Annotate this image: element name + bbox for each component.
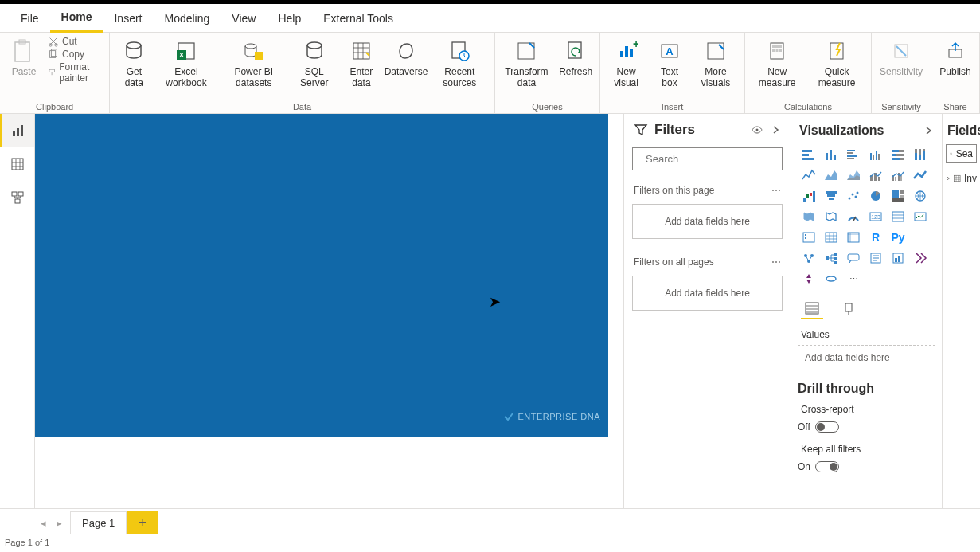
data-view-button[interactable] xyxy=(0,147,34,181)
fields-tab-button[interactable] xyxy=(801,299,823,319)
svg-rect-49 xyxy=(847,150,855,151)
decomp-tree-icon[interactable] xyxy=(822,249,841,267)
sensitivity-button[interactable]: Sensitivity xyxy=(877,36,926,79)
new-visual-button[interactable]: +New visual xyxy=(605,36,647,90)
svg-rect-58 xyxy=(899,150,904,152)
pie-icon[interactable] xyxy=(866,187,885,205)
filters-search-input[interactable] xyxy=(646,153,779,165)
narrative-icon[interactable] xyxy=(866,249,885,267)
publish-button[interactable]: Publish xyxy=(936,36,974,79)
slicer-icon[interactable] xyxy=(799,229,818,246)
more-icon[interactable]: ⋯ xyxy=(771,185,781,196)
model-view-button[interactable] xyxy=(0,181,34,214)
menu-home[interactable]: Home xyxy=(50,4,103,33)
dataverse-button[interactable]: Dataverse xyxy=(385,36,427,79)
line-icon[interactable] xyxy=(799,166,818,184)
multi-card-icon[interactable] xyxy=(888,208,908,225)
fields-tree-item[interactable]: Inv xyxy=(946,163,977,194)
custom-viz-1-icon[interactable] xyxy=(799,270,818,288)
collapse-icon[interactable] xyxy=(923,125,934,136)
custom-viz-2-icon[interactable] xyxy=(822,270,841,288)
filled-map-icon[interactable] xyxy=(799,208,818,225)
matrix-icon[interactable] xyxy=(844,229,863,246)
gauge-icon[interactable] xyxy=(844,208,863,225)
waterfall-icon[interactable] xyxy=(799,187,818,205)
cut-button[interactable]: Cut xyxy=(48,36,104,47)
page-tab-1[interactable]: Page 1 xyxy=(70,511,127,534)
stacked-bar-icon[interactable] xyxy=(799,146,818,163)
sql-server-button[interactable]: SQL Server xyxy=(291,36,338,90)
clustered-bar-icon[interactable] xyxy=(844,146,863,163)
svg-text:A: A xyxy=(666,45,674,57)
filters-on-all-label: Filters on all pages xyxy=(634,256,714,268)
line-stacked-column-icon[interactable] xyxy=(866,166,885,184)
qa-icon[interactable] xyxy=(844,249,863,267)
menu-insert[interactable]: Insert xyxy=(103,4,153,33)
eye-icon[interactable] xyxy=(751,123,763,136)
filters-page-dropzone[interactable]: Add data fields here xyxy=(632,204,783,239)
svg-rect-60 xyxy=(896,154,904,156)
prev-page-button[interactable]: ◂ xyxy=(35,515,51,530)
transform-data-button[interactable]: Transform data xyxy=(500,36,553,90)
map-icon[interactable] xyxy=(911,187,930,205)
keep-filters-toggle[interactable] xyxy=(815,461,839,472)
recent-icon xyxy=(446,37,473,65)
svg-rect-27 xyxy=(772,45,782,48)
excel-workbook-button[interactable]: XExcel workbook xyxy=(156,36,216,90)
menu-modeling[interactable]: Modeling xyxy=(153,4,221,33)
r-visual-icon[interactable]: R xyxy=(866,229,885,246)
menu-help[interactable]: Help xyxy=(267,4,312,33)
funnel-icon[interactable] xyxy=(822,187,841,205)
card-icon[interactable]: 123 xyxy=(866,208,885,225)
kpi-icon[interactable] xyxy=(911,208,930,225)
get-data-button[interactable]: Get data xyxy=(115,36,153,90)
text-box-button[interactable]: AText box xyxy=(650,36,689,90)
area-icon[interactable] xyxy=(822,166,841,184)
cross-report-toggle[interactable] xyxy=(815,421,839,433)
ribbon-icon[interactable] xyxy=(911,166,930,184)
recent-sources-button[interactable]: Recent sources xyxy=(430,36,490,90)
filters-all-dropzone[interactable]: Add data fields here xyxy=(632,276,783,311)
new-measure-button[interactable]: New measure xyxy=(750,36,804,90)
fields-search[interactable]: Sea xyxy=(946,144,977,163)
quick-measure-button[interactable]: Quick measure xyxy=(807,36,866,90)
clustered-column-icon[interactable] xyxy=(866,146,885,163)
enter-data-button[interactable]: Enter data xyxy=(341,36,382,90)
collapse-icon[interactable] xyxy=(770,124,781,135)
key-influencers-icon[interactable] xyxy=(799,249,818,267)
paste-button[interactable]: Paste xyxy=(5,36,43,79)
py-visual-icon[interactable]: Py xyxy=(888,229,908,246)
paginated-icon[interactable] xyxy=(888,249,908,267)
more-viz-icon[interactable]: ⋯ xyxy=(844,270,863,288)
line-clustered-column-icon[interactable] xyxy=(888,166,908,184)
treemap-icon[interactable] xyxy=(888,187,908,205)
filters-search[interactable] xyxy=(632,147,783,170)
stacked-column-100-icon[interactable] xyxy=(911,146,930,163)
pbi-datasets-button[interactable]: Power BI datasets xyxy=(220,36,288,90)
svg-rect-39 xyxy=(18,192,23,196)
menu-view[interactable]: View xyxy=(221,4,267,33)
report-canvas[interactable]: ➤ ENTERPRISE DNA xyxy=(35,114,623,508)
data-group-label: Data xyxy=(115,100,489,112)
stacked-column-icon[interactable] xyxy=(822,146,841,163)
filter-icon xyxy=(634,123,648,137)
more-visuals-button[interactable]: More visuals xyxy=(692,36,740,90)
stacked-bar-100-icon[interactable] xyxy=(888,146,908,163)
svg-rect-111 xyxy=(848,254,859,260)
next-page-button[interactable]: ▸ xyxy=(51,515,67,530)
format-painter-button[interactable]: Format painter xyxy=(48,61,104,84)
menu-file[interactable]: File xyxy=(10,4,50,33)
format-tab-button[interactable] xyxy=(837,299,860,319)
add-page-button[interactable]: + xyxy=(127,511,158,534)
scatter-icon[interactable] xyxy=(844,187,863,205)
shape-map-icon[interactable] xyxy=(822,208,841,225)
values-dropzone[interactable]: Add data fields here xyxy=(798,345,935,370)
copy-button[interactable]: Copy xyxy=(48,49,104,60)
report-view-button[interactable] xyxy=(0,114,34,147)
table-icon[interactable] xyxy=(822,229,841,246)
powerapps-icon[interactable] xyxy=(911,249,930,267)
more-icon[interactable]: ⋯ xyxy=(771,256,781,268)
refresh-button[interactable]: Refresh xyxy=(556,36,595,79)
menu-external-tools[interactable]: External Tools xyxy=(312,4,404,33)
stacked-area-icon[interactable] xyxy=(844,166,863,184)
